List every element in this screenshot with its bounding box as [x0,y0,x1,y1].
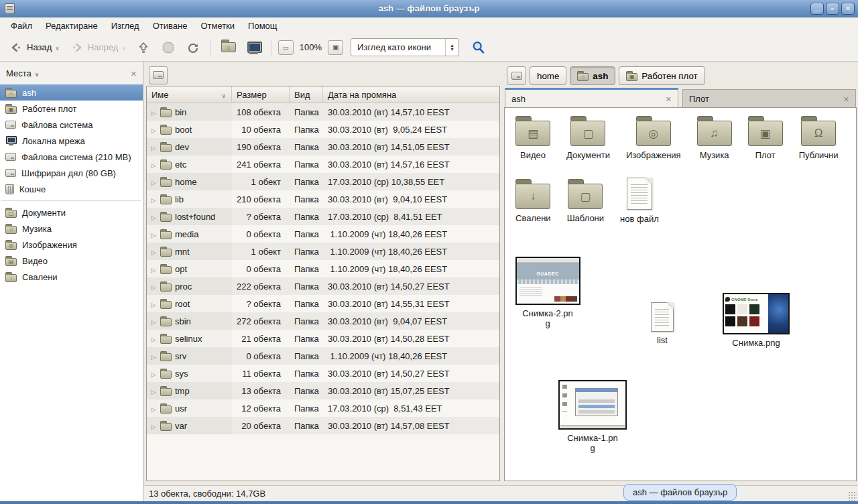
home-button[interactable] [218,40,239,55]
menu-help[interactable]: Помощ [241,19,284,33]
expander-icon[interactable] [150,421,157,431]
computer-button[interactable] [243,39,264,56]
forward-button[interactable]: Напред [66,38,129,57]
table-row[interactable]: bin108 обектаПапка30.03.2010 (вт) 14,57,… [147,103,499,121]
breadcrumb-root-button[interactable] [149,66,168,84]
table-row[interactable]: dev190 обектаПапка30.03.2010 (вт) 14,51,… [147,138,499,155]
column-header-size[interactable]: Размер [232,86,290,103]
table-row[interactable]: sys11 обектаПапка30.03.2010 (вт) 14,50,2… [147,365,499,382]
table-row[interactable]: boot10 обектаПапка30.03.2010 (вт) 9,05,2… [147,121,499,138]
table-row[interactable]: mnt1 обектПапка 1.10.2009 (чт) 18,40,26 … [147,243,499,260]
reload-button[interactable] [182,38,204,57]
breadcrumb-home[interactable]: home [530,66,566,85]
sidebar-item-filesystem[interactable]: Файлова система [0,117,143,133]
expander-icon[interactable] [150,107,157,117]
expander-icon[interactable] [150,316,157,326]
table-row[interactable]: lost+found? обектаПапка17.03.2010 (ср) 8… [147,208,499,225]
table-row[interactable]: selinux21 обектаПапка30.03.2010 (вт) 14,… [147,330,499,347]
back-dropdown-icon[interactable] [55,42,60,52]
search-button[interactable] [468,38,489,57]
icon-music[interactable]: ♫Музика [697,115,732,160]
zoom-in-button[interactable] [328,40,343,55]
expander-icon[interactable] [150,403,157,414]
sidebar-item-documents[interactable]: ▢Документи [0,204,143,220]
menu-edit[interactable]: Редактиране [39,19,105,33]
table-row[interactable]: sbin272 обектаПапка30.03.2010 (вт) 9,04,… [147,312,499,330]
maximize-button[interactable] [826,3,839,15]
expander-icon[interactable] [150,334,157,344]
icon-video[interactable]: ▤Видео [515,115,550,160]
table-row[interactable]: srv0 обектаПапка 1.10.2009 (чт) 18,40,26… [147,347,499,365]
expander-icon[interactable] [150,125,157,135]
menu-go[interactable]: Отиване [146,19,194,33]
tab-plot[interactable]: Плот [682,89,856,107]
tab-ash[interactable]: ash [505,88,678,107]
sidebar-item-local-network[interactable]: Локална мрежа [0,133,143,149]
table-row[interactable]: etc241 обектаПапка30.03.2010 (вт) 14,57,… [147,155,499,173]
table-row[interactable]: usr12 обектаПапка17.03.2010 (ср) 8,51,43… [147,399,499,417]
zoom-out-button[interactable] [278,40,294,55]
breadcrumb-filesystem[interactable] [507,66,526,85]
column-header-date[interactable]: Дата на промяна [323,86,499,103]
tab-close-icon[interactable] [843,94,849,104]
table-row[interactable]: var20 обектаПапка30.03.2010 (вт) 14,57,0… [147,417,499,434]
menu-bookmarks[interactable]: Отметки [194,19,241,33]
expander-icon[interactable] [150,299,157,309]
sidebar-item-music[interactable]: ♫Музика [0,220,143,237]
resize-grip[interactable] [848,491,857,501]
icon-templates[interactable]: ▢Шаблони [567,178,604,223]
sidebar-item-ash[interactable]: ⌂ash [0,84,143,101]
icon-new-file[interactable]: нов файл [620,178,659,224]
expander-icon[interactable] [150,229,157,239]
menu-file[interactable]: Файл [4,19,39,33]
table-row[interactable]: lib210 обектаПапка30.03.2010 (вт) 9,04,1… [147,190,499,208]
icon-documents[interactable]: ▢Документи [566,115,610,160]
table-row[interactable]: opt0 обектаПапка 1.10.2009 (чт) 18,40,26… [147,260,499,277]
file-snimka-2-png[interactable]: GUADECСнимка-2.png [511,257,585,328]
column-header-name[interactable]: Име [147,86,232,103]
column-header-type[interactable]: Вид [290,86,323,103]
back-button[interactable]: Назад [5,38,63,57]
expander-icon[interactable] [150,369,157,379]
sidebar-item-downloads[interactable]: ↓Свалени [0,269,143,285]
sidebar-item-trash[interactable]: Кошче [0,181,143,197]
file-snimka-png[interactable]: GNOME StoreСнимка.png [719,293,793,348]
sidebar-close-icon[interactable] [131,68,137,78]
table-row[interactable]: media0 обектаПапка 1.10.2009 (чт) 18,40,… [147,225,499,243]
expander-icon[interactable] [150,351,157,361]
menu-view[interactable]: Изглед [105,19,146,33]
tab-close-icon[interactable] [666,94,672,104]
chevron-down-icon[interactable] [35,68,40,78]
expander-icon[interactable] [150,142,157,152]
icon-desktop[interactable]: ▣Плот [748,115,783,160]
table-row[interactable]: root? обектаПапка30.03.2010 (вт) 14,55,3… [147,295,499,312]
sidebar-item-desktop[interactable]: ▣Работен плот [0,101,143,117]
view-mode-select[interactable]: Изглед като икони [351,38,459,56]
up-button[interactable] [133,38,154,57]
file-list[interactable]: list [625,302,699,345]
breadcrumb-desktop[interactable]: ▣Работен плот [619,66,704,85]
sidebar-item-filesystem-210mb[interactable]: Файлова система (210 MB) [0,149,143,165]
close-button[interactable] [841,3,855,15]
icon-public[interactable]: ΩПублични [799,115,839,160]
expander-icon[interactable] [150,194,157,204]
icon-downloads[interactable]: ↓Свалени [515,178,551,223]
icon-pictures[interactable]: ◎Изображения [626,115,681,160]
expander-icon[interactable] [150,386,157,396]
expander-icon[interactable] [150,212,157,222]
table-row[interactable]: tmp13 обектаПапка30.03.2010 (вт) 15,07,2… [147,382,499,399]
file-snimka-1-png[interactable]: Снимка-1.png [556,380,629,453]
sidebar-item-encrypted-80gb[interactable]: Шифриран дял (80 GB) [0,165,143,181]
table-row[interactable]: home1 обектПапка17.03.2010 (ср) 10,38,55… [147,173,499,190]
sidebar-item-videos[interactable]: ▤Видео [0,253,143,269]
expander-icon[interactable] [150,177,157,187]
expander-icon[interactable] [150,160,157,170]
minimize-button[interactable] [810,3,824,15]
expander-icon[interactable] [150,247,157,257]
expander-icon[interactable] [150,281,157,292]
stop-button[interactable] [158,38,179,57]
expander-icon[interactable] [150,264,157,274]
breadcrumb-ash[interactable]: ⌂ash [570,66,615,85]
sidebar-item-pictures[interactable]: ◎Изображения [0,237,143,253]
table-row[interactable]: proc222 обектаПапка30.03.2010 (вт) 14,50… [147,277,499,295]
